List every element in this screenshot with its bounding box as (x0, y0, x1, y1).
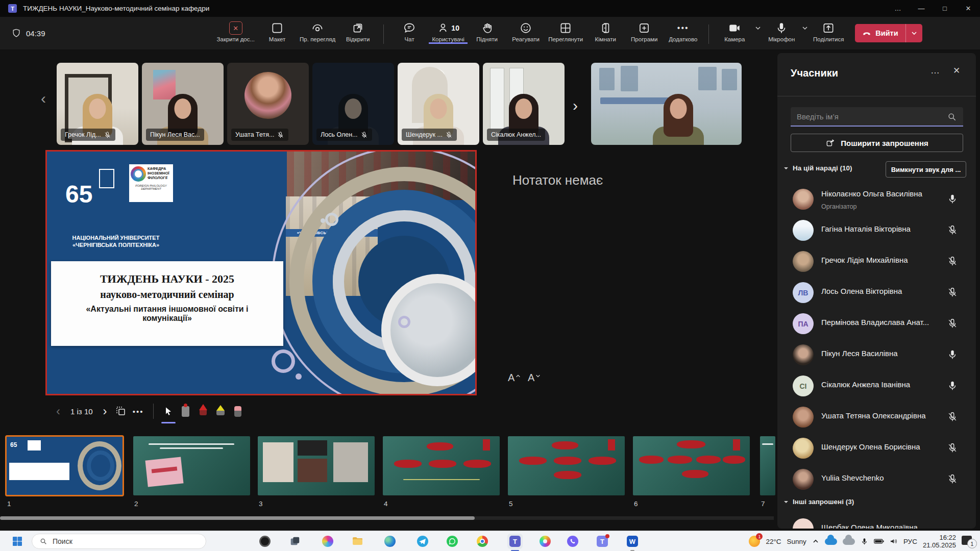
participant-row[interactable]: Гречок Лідія Михайлівна (777, 246, 976, 277)
slide-thumbnail[interactable] (760, 436, 775, 495)
weather-condition[interactable]: Sunny (787, 538, 806, 545)
font-increase-button[interactable]: A (508, 368, 525, 384)
video-tile[interactable]: Гречок Лід... (57, 63, 138, 145)
microphone-chevron-icon[interactable] (802, 25, 808, 31)
ring-app-icon[interactable] (257, 534, 273, 549)
viber-icon[interactable] (565, 534, 580, 549)
section-in-meeting[interactable]: На цій нараді (10) (783, 164, 852, 172)
whatsapp-icon[interactable] (445, 534, 460, 549)
explorer-icon[interactable] (350, 534, 365, 549)
panel-close-button[interactable]: ✕ (953, 65, 960, 76)
participant-row[interactable]: Ушата Тетяна Олександрівна (777, 402, 976, 433)
graphics-app-icon[interactable] (320, 534, 335, 549)
word-icon[interactable]: W (625, 534, 640, 549)
video-tile[interactable]: Шендерук ... (398, 63, 479, 145)
camera-button[interactable]: Камера (715, 20, 754, 42)
mic-tray-icon[interactable] (861, 538, 868, 545)
participant-row[interactable]: ПА Пермінова Владислава Анат... (777, 308, 976, 339)
active-speaker-tile[interactable] (591, 63, 742, 145)
popout-button[interactable]: Відкрити (338, 20, 377, 42)
close-button[interactable]: ✕ (957, 0, 980, 17)
rooms-button[interactable]: Кімнати (586, 20, 625, 42)
private-preview-button[interactable]: Пр. перегляд (297, 20, 338, 42)
filmstrip-scrollbar-thumb[interactable] (0, 516, 475, 520)
more-tools-button[interactable]: ••• (130, 402, 147, 420)
mic-muted-icon[interactable] (947, 318, 958, 329)
weather-icon[interactable]: 1 (749, 536, 760, 547)
video-tile[interactable]: Ушата Тетя... (227, 63, 309, 145)
section-invited[interactable]: Інші запрошені (3) (783, 498, 854, 506)
mic-on-icon[interactable] (947, 193, 958, 205)
participant-row[interactable]: ЛВ Лось Олена Вікторівна (777, 277, 976, 308)
highlighter-tool-button[interactable] (212, 402, 229, 420)
camera-chevron-icon[interactable] (755, 25, 761, 31)
start-icon[interactable] (11, 535, 23, 547)
eraser-tool-button[interactable] (229, 402, 247, 420)
video-tile[interactable]: Пікун Леся Вас... (142, 63, 224, 145)
mic-muted-icon[interactable] (947, 287, 958, 298)
maximize-button[interactable]: □ (933, 0, 957, 17)
slide-thumbnail[interactable] (508, 436, 625, 495)
people-button[interactable]: 10 Користувачі (429, 20, 468, 44)
slide-thumbnail[interactable] (383, 436, 500, 495)
teams-chat-icon[interactable]: T (595, 534, 610, 549)
chat-button[interactable]: Чат (390, 20, 429, 42)
share-screen-button[interactable]: Поділитися (809, 20, 848, 42)
apps-button[interactable]: Програми (625, 20, 664, 42)
slide-thumbnail[interactable] (133, 436, 250, 495)
participant-row[interactable]: Ніколаєнко Ольга Василівна Організатор (777, 184, 976, 215)
participant-row[interactable]: Гагіна Наталія Вікторівна (777, 215, 976, 246)
teams-icon[interactable]: T (507, 534, 523, 549)
chevron-up-icon[interactable] (812, 538, 819, 545)
participant-row[interactable]: Шендерук Олена Борисівна (777, 433, 976, 464)
slide-thumbnail[interactable] (633, 436, 750, 495)
titlebar-more-button[interactable]: … (886, 0, 910, 17)
strip-prev-button[interactable]: ‹ (41, 91, 46, 106)
next-slide-button[interactable]: › (98, 405, 112, 417)
mic-on-icon[interactable] (947, 380, 958, 391)
participant-row[interactable]: СІ Сікалюк Анжела Іванівна (777, 370, 976, 402)
slide-thumbnail[interactable]: 65 (6, 436, 123, 495)
share-invite-button[interactable]: Поширити запрошення (791, 134, 963, 152)
slide-thumbnail[interactable] (258, 436, 375, 495)
strip-next-button[interactable]: › (573, 98, 578, 113)
mic-on-icon[interactable] (947, 349, 958, 360)
battery-icon[interactable] (874, 538, 884, 545)
more-button[interactable]: ••• Додатково (664, 20, 702, 42)
mic-muted-icon[interactable] (947, 411, 958, 422)
mic-muted-icon[interactable] (947, 442, 958, 454)
view-button[interactable]: Переглянути (545, 20, 586, 42)
video-tile[interactable]: Сікалюк Анжел... (483, 63, 565, 145)
search-input[interactable] (791, 107, 963, 127)
grid-view-button[interactable] (112, 402, 130, 420)
mute-all-button[interactable]: Вимкнути звук для ... (886, 161, 966, 178)
pointer-tool-button[interactable] (160, 402, 177, 420)
raise-hand-button[interactable]: Підняти (468, 20, 506, 42)
task-view-icon[interactable] (287, 534, 303, 549)
weather-temp[interactable]: 22°C (766, 538, 781, 545)
participant-row[interactable]: Щербак Олена Миколаївна (777, 513, 976, 529)
panel-more-button[interactable]: … (930, 65, 941, 76)
notification-icon[interactable]: 1 (962, 536, 975, 547)
microphone-button[interactable]: Мікрофон (762, 20, 801, 42)
edge-icon[interactable] (382, 534, 398, 549)
mic-muted-icon[interactable] (947, 256, 958, 267)
leave-chevron-icon[interactable] (905, 24, 922, 42)
participant-row[interactable]: Пікун Леся Василівна (777, 339, 976, 370)
language-label[interactable]: РУС (903, 538, 917, 545)
mic-muted-icon[interactable] (947, 473, 958, 485)
minimize-button[interactable]: — (910, 0, 933, 17)
laser-tool-button[interactable] (177, 402, 194, 420)
pen-tool-button[interactable] (194, 402, 212, 420)
telegram-icon[interactable] (415, 534, 430, 549)
mic-muted-icon[interactable] (947, 224, 958, 236)
chrome-icon[interactable] (475, 534, 490, 549)
video-tile[interactable]: Лось Олен... (312, 63, 394, 145)
leave-button[interactable]: Вийти (855, 24, 922, 42)
react-button[interactable]: Реагувати (506, 20, 545, 42)
prev-slide-button[interactable]: ‹ (51, 405, 65, 417)
participant-row[interactable]: Yuliia Shevchenko (777, 464, 976, 495)
clock[interactable]: 16:22 21.05.2025 (923, 534, 956, 549)
font-decrease-button[interactable]: A (528, 368, 545, 384)
paint-icon[interactable] (537, 534, 553, 549)
